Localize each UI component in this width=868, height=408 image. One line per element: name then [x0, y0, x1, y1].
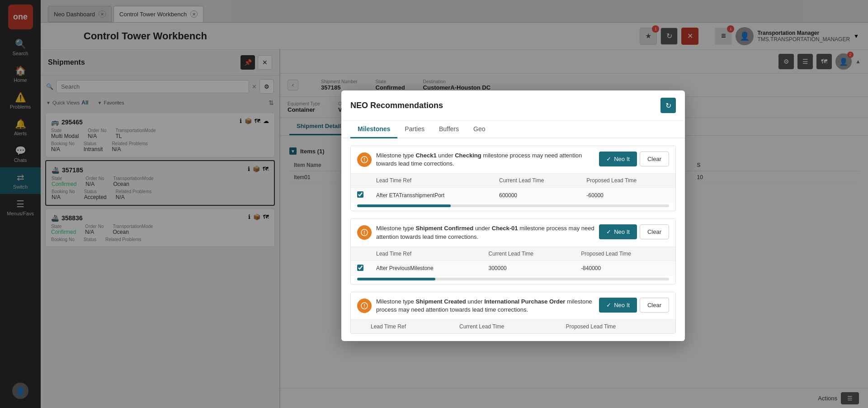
- row-checkbox[interactable]: [357, 265, 363, 271]
- rec-card-header: ! Milestone type Shipment Confirmed unde…: [351, 219, 675, 246]
- rec-description: Milestone type Shipment Created under In…: [376, 298, 594, 314]
- table-row: After PreviousMilestone 300000 -840000: [351, 261, 675, 276]
- lead-time-ref-cell: After ETATransshipmentPort: [370, 188, 493, 203]
- col-lead-time-ref: Lead Time Ref: [364, 320, 453, 334]
- current-lead-time-cell: 600000: [493, 188, 580, 203]
- neo-it-button[interactable]: ✓ Neo It: [599, 224, 637, 239]
- recommendation-card: ! Milestone type Check1 under Checking m…: [350, 146, 676, 211]
- process-name: Check-01: [492, 225, 518, 232]
- svg-text:!: !: [363, 157, 365, 162]
- rec-icon: !: [357, 299, 372, 313]
- progress-fill: [357, 278, 435, 280]
- rec-icon: !: [357, 225, 372, 240]
- proposed-lead-time-cell: -60000: [580, 188, 675, 203]
- neo-it-button[interactable]: ✓ Neo It: [599, 298, 637, 313]
- checkmark-icon: ✓: [606, 156, 611, 162]
- neo-tab-milestones[interactable]: Milestones: [350, 121, 397, 138]
- svg-text:!: !: [363, 230, 365, 235]
- clear-button[interactable]: Clear: [640, 298, 669, 313]
- rec-card-header: ! Milestone type Check1 under Checking m…: [351, 146, 675, 173]
- recommendation-card: ! Milestone type Shipment Confirmed unde…: [350, 218, 676, 284]
- current-lead-time-cell: 300000: [482, 261, 575, 276]
- rec-table: Lead Time Ref Current Lead Time Proposed…: [351, 247, 675, 276]
- col-current-lead-time: Current Lead Time: [493, 174, 580, 188]
- dialog-header: NEO Recommendations ↻: [341, 90, 685, 121]
- col-lead-time-ref: Lead Time Ref: [370, 174, 493, 188]
- col-current-lead-time: Current Lead Time: [482, 247, 575, 261]
- rec-icon: !: [357, 152, 372, 167]
- lead-time-ref-cell: After PreviousMilestone: [370, 261, 482, 276]
- rec-text-suffix: milestone process may need attention tow…: [376, 225, 594, 240]
- neo-recommendations-dialog: NEO Recommendations ↻ Milestones Parties…: [341, 90, 685, 341]
- rec-card-header: ! Milestone type Shipment Created under …: [351, 292, 675, 319]
- rec-action-buttons: ✓ Neo It Clear: [599, 152, 669, 166]
- milestone-type: Check1: [415, 152, 436, 159]
- clear-button[interactable]: Clear: [640, 224, 669, 239]
- neo-it-label: Neo It: [614, 228, 630, 235]
- process-name: Checking: [455, 152, 481, 159]
- neo-tab-parties[interactable]: Parties: [397, 121, 432, 138]
- checkmark-icon: ✓: [606, 302, 611, 308]
- milestone-type: Shipment Confirmed: [415, 225, 473, 232]
- progress-bar: [357, 204, 669, 207]
- neo-it-button[interactable]: ✓ Neo It: [599, 152, 637, 166]
- rec-action-buttons: ✓ Neo It Clear: [599, 298, 669, 313]
- col-current-lead-time: Current Lead Time: [453, 320, 559, 334]
- svg-text:!: !: [363, 304, 365, 308]
- col-proposed-lead-time: Proposed Lead Time: [560, 320, 676, 334]
- checkmark-icon: ✓: [606, 228, 611, 235]
- rec-description: Milestone type Shipment Confirmed under …: [376, 224, 594, 241]
- rec-description: Milestone type Check1 under Checking mil…: [376, 152, 594, 168]
- dialog-refresh-button[interactable]: ↻: [660, 98, 676, 113]
- col-proposed-lead-time: Proposed Lead Time: [575, 247, 675, 261]
- dialog-title: NEO Recommendations: [350, 101, 443, 110]
- table-row: After ETATransshipmentPort 600000 -60000: [351, 188, 675, 203]
- process-name: International Purchase Order: [484, 298, 565, 305]
- clear-button[interactable]: Clear: [640, 152, 669, 166]
- neo-tab-geo[interactable]: Geo: [466, 121, 492, 138]
- neo-body: ! Milestone type Check1 under Checking m…: [341, 138, 685, 341]
- milestone-type: Shipment Created: [415, 298, 466, 305]
- recommendation-card: ! Milestone type Shipment Created under …: [350, 292, 676, 334]
- neo-it-label: Neo It: [614, 302, 630, 308]
- progress-fill: [357, 204, 451, 207]
- rec-table: Lead Time Ref Current Lead Time Proposed…: [351, 173, 675, 203]
- rec-action-buttons: ✓ Neo It Clear: [599, 224, 669, 239]
- proposed-lead-time-cell: -840000: [575, 261, 675, 276]
- neo-tab-buffers[interactable]: Buffers: [432, 121, 466, 138]
- col-proposed-lead-time: Proposed Lead Time: [580, 174, 675, 188]
- rec-table: Lead Time Ref Current Lead Time Proposed…: [351, 319, 675, 333]
- col-lead-time-ref: Lead Time Ref: [370, 247, 482, 261]
- neo-it-label: Neo It: [614, 156, 630, 162]
- neo-tab-bar: Milestones Parties Buffers Geo: [341, 121, 685, 138]
- progress-bar: [357, 278, 669, 280]
- row-checkbox[interactable]: [357, 191, 363, 198]
